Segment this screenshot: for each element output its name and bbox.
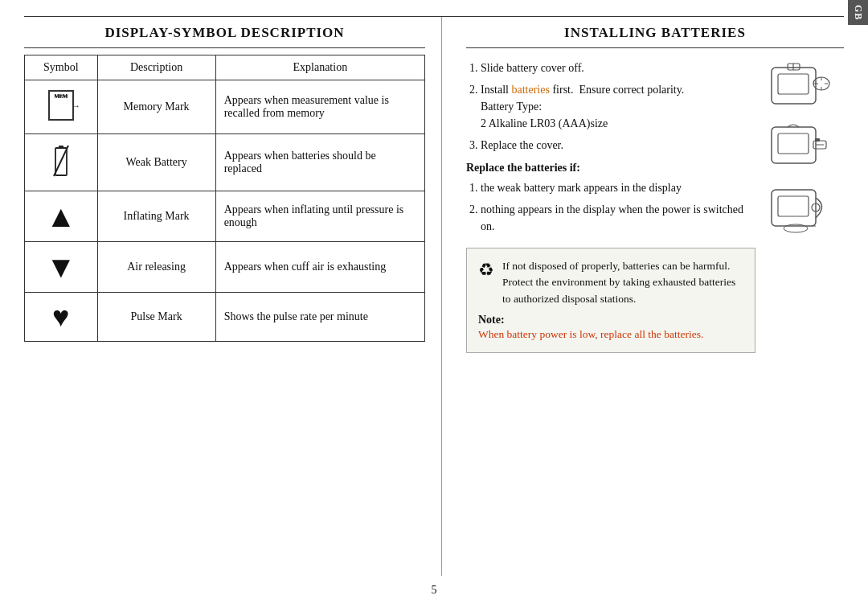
expl-cell-battery: Appears when batteries should be replace… [215, 134, 424, 191]
symbol-cell-mem: MEM → [25, 80, 98, 134]
expl-cell-air: Appears when cuff air is exhausting [215, 242, 424, 293]
replace-item-2: nothing appears in the display when the … [481, 201, 755, 235]
col-header-explanation: Explanation [215, 55, 424, 80]
symbol-cell-arrow-up: ▲ [25, 191, 98, 242]
right-content: Slide battery cover off. Install batteri… [466, 60, 844, 353]
desc-cell-inflating: Inflating Mark [97, 191, 215, 242]
recycle-icon: ♻ [478, 260, 494, 281]
svg-rect-4 [778, 74, 809, 94]
arrow-down-icon: ▼ [46, 250, 76, 284]
svg-rect-16 [815, 138, 820, 142]
replace-item-1: the weak battery mark appears in the dis… [481, 179, 755, 196]
table-row: ▼ Air releasing Appears when cuff air is… [25, 242, 425, 293]
device-image-2 [764, 121, 836, 175]
replace-heading: Replace the batteries if: [466, 162, 755, 175]
desc-cell-pulse: Pulse Mark [97, 293, 215, 342]
replace-list: the weak battery mark appears in the dis… [466, 179, 755, 235]
device-image-3 [764, 182, 836, 236]
right-column: INSTALLING BATTERIES Slide battery cover… [442, 17, 844, 576]
device-image-1 [764, 60, 836, 114]
table-row: Weak Battery Appears when batteries shou… [25, 134, 425, 191]
svg-rect-18 [778, 196, 809, 216]
steps-list: Slide battery cover off. Install batteri… [466, 60, 755, 154]
expl-cell-pulse: Shows the pulse rate per minute [215, 293, 424, 342]
step-3: Replace the cover. [481, 137, 755, 154]
two-columns: DISPLAY-SYMBOL DESCRIPTION Symbol Descri… [24, 17, 844, 576]
step-1: Slide battery cover off. [481, 60, 755, 76]
desc-cell-air: Air releasing [97, 242, 215, 293]
mem-icon: MEM → [48, 90, 74, 121]
right-section-title: INSTALLING BATTERIES [466, 17, 844, 48]
svg-rect-1 [59, 146, 63, 149]
expl-cell-inflating: Appears when inflating until pressure is… [215, 191, 424, 242]
symbol-cell-battery [25, 134, 98, 191]
step-2: Install batteries first. Ensure correct … [481, 81, 755, 132]
note-box-content: ♻ If not disposed of properly, batteries… [478, 258, 743, 307]
left-section-title: DISPLAY-SYMBOL DESCRIPTION [24, 17, 425, 48]
note-main-text: If not disposed of properly, batteries c… [502, 258, 743, 307]
expl-cell-memory: Appears when measurement value is recall… [215, 80, 424, 134]
right-text: Slide battery cover off. Install batteri… [466, 60, 755, 353]
right-images [755, 60, 844, 353]
table-row: ▲ Inflating Mark Appears when inflating … [25, 191, 425, 242]
note-label: Note: [478, 314, 743, 326]
weak-battery-icon [52, 144, 70, 178]
table-row: MEM → Memory Mark Appears when measureme… [25, 80, 425, 134]
desc-cell-memory: Memory Mark [97, 80, 215, 134]
desc-cell-battery: Weak Battery [97, 134, 215, 191]
svg-rect-13 [778, 133, 809, 154]
col-header-description: Description [97, 55, 215, 80]
table-row: ♥ Pulse Mark Shows the pulse rate per mi… [25, 293, 425, 342]
note-warning: When battery power is low, replace all t… [478, 326, 743, 343]
heart-icon: ♥ [52, 301, 69, 333]
symbol-table: Symbol Description Explanation MEM → [24, 55, 425, 342]
note-box: ♻ If not disposed of properly, batteries… [466, 248, 755, 353]
batteries-highlight: batteries [512, 84, 550, 96]
gb-tab: GB [848, 0, 868, 25]
symbol-cell-arrow-down: ▼ [25, 242, 98, 293]
page-number: 5 [24, 576, 844, 600]
arrow-up-icon: ▲ [46, 199, 76, 233]
symbol-cell-heart: ♥ [25, 293, 98, 342]
left-column: DISPLAY-SYMBOL DESCRIPTION Symbol Descri… [24, 17, 442, 576]
col-header-symbol: Symbol [25, 55, 98, 80]
page-container: DISPLAY-SYMBOL DESCRIPTION Symbol Descri… [0, 0, 868, 616]
